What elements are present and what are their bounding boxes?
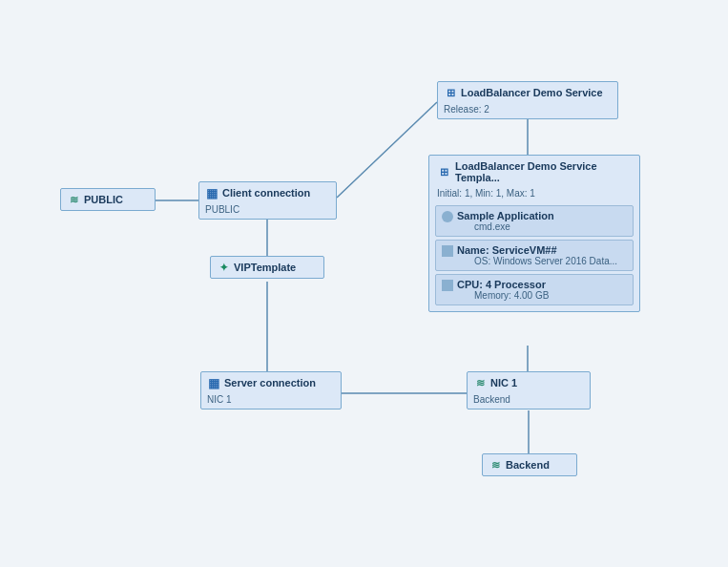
client-connection-node[interactable]: ▦ Client connection PUBLIC bbox=[198, 181, 337, 220]
public-net-icon: ≋ bbox=[67, 193, 80, 206]
template-node[interactable]: ⊞ LoadBalancer Demo Service Templa... In… bbox=[428, 155, 640, 312]
backend-net-icon: ≋ bbox=[489, 458, 502, 472]
vm-icon bbox=[442, 245, 453, 257]
svg-line-1 bbox=[337, 102, 437, 198]
server-connection-node[interactable]: ▦ Server connection NIC 1 bbox=[200, 371, 342, 410]
loadbalancer-service-title: ⊞ LoadBalancer Demo Service bbox=[438, 82, 617, 103]
backend-node[interactable]: ≋ Backend bbox=[482, 453, 577, 476]
loadbalancer-service-subtitle: Release: 2 bbox=[438, 103, 617, 118]
vip-template-node[interactable]: ✦ VIPTemplate bbox=[210, 256, 324, 279]
template-node-subtitle: Initial: 1, Min: 1, Max: 1 bbox=[429, 188, 639, 202]
lb-icon: ⊞ bbox=[444, 86, 457, 99]
backend-title: ≋ Backend bbox=[483, 454, 576, 475]
client-connection-subtitle: PUBLIC bbox=[199, 203, 336, 219]
memory-detail: Memory: 4.00 GB bbox=[457, 290, 549, 301]
sample-app-detail: cmd.exe bbox=[457, 221, 554, 232]
diagram-canvas: ⊞ LoadBalancer Demo Service Release: 2 ⊞… bbox=[0, 0, 728, 567]
server-connection-subtitle: NIC 1 bbox=[201, 393, 341, 409]
public-node[interactable]: ≋ PUBLIC bbox=[60, 188, 156, 211]
sample-app-section: Sample Application cmd.exe bbox=[435, 205, 634, 237]
cpu-icon bbox=[442, 280, 453, 291]
app-icon bbox=[442, 211, 453, 222]
server-connection-title: ▦ Server connection bbox=[201, 372, 341, 393]
client-connection-title: ▦ Client connection bbox=[199, 182, 336, 203]
cpu-title: CPU: 4 Processor bbox=[457, 279, 549, 290]
cpu-section: CPU: 4 Processor Memory: 4.00 GB bbox=[435, 274, 634, 305]
vip-template-title: ✦ VIPTemplate bbox=[211, 257, 323, 278]
nic1-node[interactable]: ≋ NIC 1 Backend bbox=[467, 371, 591, 410]
loadbalancer-service-node[interactable]: ⊞ LoadBalancer Demo Service Release: 2 bbox=[437, 81, 618, 119]
template-icon: ⊞ bbox=[437, 165, 450, 178]
vm-name-title: Name: ServiceVM## bbox=[457, 244, 617, 256]
server-conn-icon: ▦ bbox=[207, 376, 220, 389]
public-node-title: ≋ PUBLIC bbox=[61, 189, 155, 210]
vm-section: Name: ServiceVM## OS: Windows Server 201… bbox=[435, 240, 634, 271]
vip-icon: ✦ bbox=[217, 261, 230, 274]
nic1-title: ≋ NIC 1 bbox=[468, 372, 590, 393]
client-server-icon: ▦ bbox=[205, 186, 218, 200]
sample-app-title: Sample Application bbox=[457, 210, 554, 221]
nic1-net-icon: ≋ bbox=[473, 376, 487, 389]
nic1-subtitle: Backend bbox=[468, 393, 590, 409]
vm-os-detail: OS: Windows Server 2016 Data... bbox=[457, 256, 617, 266]
template-node-title: ⊞ LoadBalancer Demo Service Templa... bbox=[429, 156, 639, 188]
